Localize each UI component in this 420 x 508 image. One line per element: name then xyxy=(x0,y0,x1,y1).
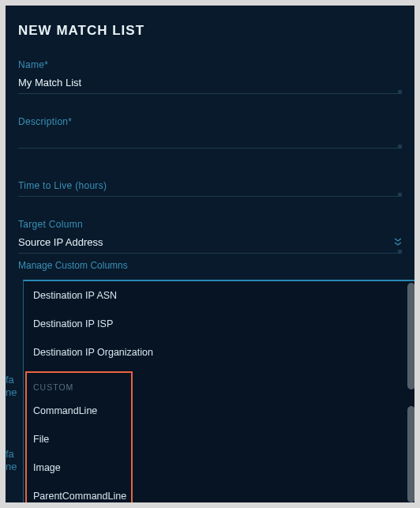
scrollbar-thumb[interactable] xyxy=(407,283,414,389)
ttl-label: Time to Live (hours) xyxy=(18,180,402,191)
dropdown-option[interactable]: Destination IP Organization xyxy=(24,338,406,367)
description-input[interactable] xyxy=(18,134,402,148)
manage-custom-columns-link[interactable]: Manage Custom Columns xyxy=(18,260,402,271)
background-text: fane xyxy=(6,448,20,473)
target-column-select[interactable]: Source IP Address xyxy=(18,236,402,254)
name-input[interactable]: My Match List xyxy=(18,77,402,93)
dropdown-option[interactable]: Destination IP ISP xyxy=(24,310,406,338)
dropdown-option[interactable]: Image xyxy=(24,453,406,482)
ttl-field: Time to Live (hours) xyxy=(18,180,402,197)
dropdown-option[interactable]: Destination IP ASN xyxy=(24,281,406,310)
new-match-list-panel: NEW MATCH LIST Name* My Match List Descr… xyxy=(6,6,414,502)
dropdown-section-custom: CUSTOM xyxy=(24,367,406,397)
description-label: Description* xyxy=(18,116,402,127)
description-field: Description* xyxy=(18,116,402,149)
dropdown-scrollbar[interactable] xyxy=(406,281,414,502)
panel-title: NEW MATCH LIST xyxy=(18,23,402,39)
target-column-value: Source IP Address xyxy=(18,236,103,248)
target-column-label: Target Column xyxy=(18,219,402,230)
dropdown-option[interactable]: File xyxy=(24,425,406,453)
scrollbar-thumb[interactable] xyxy=(407,406,414,502)
name-field: Name* My Match List xyxy=(18,59,402,94)
target-column-field: Target Column Source IP Address Manage C… xyxy=(18,219,402,271)
chevron-down-icon xyxy=(394,237,402,247)
background-text: fane xyxy=(6,374,20,399)
dropdown-option[interactable]: CommandLine xyxy=(24,397,406,425)
name-label: Name* xyxy=(18,59,402,70)
dropdown-option[interactable]: ParentCommandLine xyxy=(24,482,406,502)
dropdown-list: Destination IP ASN Destination IP ISP De… xyxy=(24,281,406,502)
target-column-dropdown: Destination IP ASN Destination IP ISP De… xyxy=(23,280,414,502)
